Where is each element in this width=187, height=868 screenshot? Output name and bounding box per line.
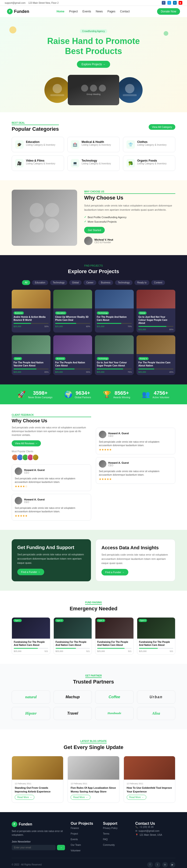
filter-ready[interactable]: Ready to — [134, 280, 149, 285]
why-text: Solut perspiciatis unde omnis iste natus… — [84, 204, 175, 212]
footer-brand: F Funden Sed ut perspiciatis unde omnis … — [12, 822, 65, 852]
project-card-3[interactable]: Global Go to Just Red Not Your Colour Su… — [136, 290, 175, 333]
founder-role: CEO & Founder — [94, 241, 113, 244]
project-card-4[interactable]: Career For The People And Nation Vaccine… — [12, 335, 51, 375]
project-goal-0: 50% — [44, 325, 49, 328]
footer-link-project-a[interactable]: Project — [71, 833, 78, 835]
filter-education[interactable]: Education — [32, 280, 48, 285]
progress-fill-1 — [55, 323, 76, 324]
footer-link-faq-a[interactable]: FAQ — [103, 838, 108, 841]
progress-bar-7 — [138, 369, 174, 369]
emergency-img-1: Type 2 — [54, 618, 92, 639]
blog-read-btn-2[interactable]: Read More → — [127, 795, 146, 800]
blog-body-1: 12 February 2011 Five Rules Of App Local… — [68, 780, 119, 803]
footer-link-terms-a[interactable]: Terms — [103, 833, 110, 835]
categories-grid: 🎓 Education Listing Category & Inventory… — [12, 137, 175, 171]
filter-business[interactable]: Business — [98, 280, 113, 285]
partner-handmade: Handmade — [95, 707, 134, 720]
emergency-card-1[interactable]: Type 2 Fundraising For The People And Na… — [54, 617, 92, 654]
nav-pages[interactable]: Pages — [107, 10, 115, 13]
founder: Micheal V. Heut CEO & Founder — [84, 237, 175, 245]
tw-icon[interactable]: t — [167, 1, 171, 5]
footer-tw-icon[interactable]: t — [155, 862, 160, 868]
hero-img-center: Group Meeting — [68, 75, 119, 105]
category-info-education: Education Listing Category & Inventory — [26, 140, 61, 146]
emergency-card-0[interactable]: Type 1 Fundraising For The People And Na… — [12, 617, 50, 654]
stars-2: ★★★★★ — [99, 448, 172, 451]
category-card-tech[interactable]: 💻 Technology Listing Category & Inventor… — [67, 155, 120, 171]
hero-img-left — [44, 77, 70, 103]
emergency-card-2[interactable]: Type 3 Fundraising For The People And Na… — [95, 617, 134, 654]
emergency-img-2: Type 3 — [95, 618, 133, 639]
why-content: WHY CHOOSE US Why Choose Us Solut perspi… — [84, 190, 175, 245]
footer-yt-icon[interactable]: ▶ — [170, 862, 175, 868]
education-icon: 🎓 — [15, 140, 24, 149]
project-img-7 — [136, 335, 175, 354]
footer-link-finance-a[interactable]: Finance — [71, 827, 79, 829]
blog-read-btn-1[interactable]: Read More → — [71, 795, 90, 800]
filter-technology[interactable]: Technology — [50, 280, 67, 285]
footer-link-events-a[interactable]: Events — [71, 838, 78, 841]
fund-btn-1[interactable]: Find a Funder → — [17, 569, 44, 575]
filter-all[interactable]: All — [22, 280, 30, 285]
filter-technology2[interactable]: Technology — [115, 280, 132, 285]
fund-btn-2[interactable]: Find a Funder → — [101, 569, 128, 576]
hero-badge: Crowdfunding Agency — [80, 29, 107, 33]
footer-phone: 📞 +1 (23) 15 16 — [135, 826, 175, 828]
filter-global[interactable]: Global — [69, 280, 82, 285]
donate-button[interactable]: Donate Now — [157, 8, 180, 15]
nav-home[interactable]: Home — [57, 10, 64, 13]
explore-button[interactable]: Explore Projects → — [77, 61, 110, 68]
emergency-days-3: 521 — [170, 650, 173, 652]
category-card-organic[interactable]: 🥦 Organic Foods Listing Category & Inven… — [123, 155, 175, 171]
why-get-started-button[interactable]: Get Started — [84, 227, 105, 234]
category-card-education[interactable]: 🎓 Education Listing Category & Inventory — [12, 137, 64, 152]
category-card-medical[interactable]: 🏥 Medical & Health Listing Category & In… — [67, 137, 120, 152]
project-card-0[interactable]: Business Andre Homie & Action Media Boun… — [12, 290, 51, 333]
footer-contact-info: 📞 +1 (23) 15 16 ✉ support@gmail.com 📍 12… — [135, 826, 175, 836]
footer-fb-icon[interactable]: f — [147, 862, 153, 868]
emergency-fill-1 — [56, 648, 76, 649]
footer-in-icon[interactable]: in — [162, 862, 168, 868]
footer-link-team-a[interactable]: Our Team — [71, 844, 81, 846]
project-cat-6: Technology — [97, 357, 109, 360]
nav-news[interactable]: News — [96, 10, 103, 13]
nav-events[interactable]: Events — [83, 10, 91, 13]
yt-icon[interactable]: ▶ — [179, 1, 182, 5]
project-img-6 — [95, 335, 134, 354]
nav-project[interactable]: Project — [69, 10, 77, 13]
project-cat-0: Business — [13, 311, 24, 314]
project-card-6[interactable]: Technology Go to Just Not Your Colour Su… — [95, 335, 134, 375]
blog-read-btn-0[interactable]: Read More → — [15, 795, 34, 800]
emergency-card-3[interactable]: Type 4 Fundraising For The People And Na… — [137, 617, 176, 654]
nav-contact[interactable]: Contact — [120, 10, 130, 13]
project-card-7[interactable]: Ready to For The People Vaccine Care Abo… — [136, 335, 175, 375]
project-title-3: Go to Just Red Not Your Colour Sugar Peo… — [138, 315, 174, 324]
fb-icon[interactable]: f — [162, 1, 165, 5]
client-avatars — [12, 454, 91, 461]
test-name-0: Howard A. Guest — [24, 469, 45, 471]
filter-content[interactable]: Content — [151, 280, 165, 285]
project-cat-4: Career — [13, 357, 22, 360]
filter-career[interactable]: Career — [84, 280, 96, 285]
category-card-video[interactable]: 🎥 Video & Films Listing Category & Inven… — [12, 155, 64, 171]
progress-fill-0 — [13, 323, 31, 324]
test-name-3: Howard A. Guest — [108, 461, 129, 464]
partner-coffee: Coffee — [95, 690, 134, 704]
project-card-1[interactable]: Education Close Up Wherever Reality 3D P… — [53, 290, 92, 333]
category-card-clothes[interactable]: 👕 Clothes Listing Category & Inventory — [123, 137, 175, 152]
newsletter-submit-button[interactable]: → — [57, 845, 65, 850]
footer-email: ✉ support@gmail.com — [135, 830, 175, 832]
newsletter-email-input[interactable] — [12, 845, 56, 850]
stars-3: ★★★★★ — [99, 477, 172, 481]
hero-deco2 — [164, 31, 168, 36]
view-all-categories-button[interactable]: View All Category — [149, 124, 175, 130]
project-card-2[interactable]: Technology For The People And Nation Car… — [95, 290, 134, 333]
in-icon[interactable]: in — [173, 1, 177, 5]
cat-sub-organic: Listing Category & Inventory — [137, 162, 172, 165]
footer-link-privacy-a[interactable]: Privacy Policy — [103, 827, 118, 829]
footer-link-volunteer-a[interactable]: Volunteer — [71, 849, 81, 852]
project-card-5[interactable]: Business For The People And Nation Care … — [53, 335, 92, 375]
view-reviews-button[interactable]: View All Reviews → — [12, 440, 41, 446]
footer-link-community-a[interactable]: Community — [103, 844, 115, 846]
